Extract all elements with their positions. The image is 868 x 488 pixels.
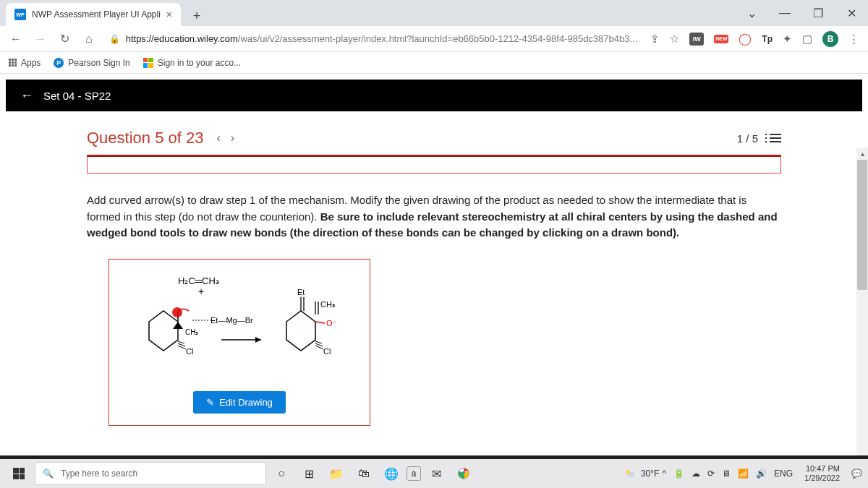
taskbar-app-mail[interactable]: ✉ [424, 461, 448, 486]
pearson-icon: P [54, 58, 64, 68]
browser-menu-icon[interactable]: ⋮ [848, 33, 859, 46]
tray-update-icon[interactable]: ⟳ [707, 468, 715, 479]
tray-chevron-icon[interactable]: ^ [662, 468, 666, 479]
tab-close-icon[interactable]: × [166, 9, 172, 20]
svg-text:CH₃: CH₃ [320, 300, 335, 309]
svg-text:Cl: Cl [186, 347, 193, 356]
svg-line-23 [315, 322, 325, 323]
tray-onedrive-icon[interactable]: ☁ [692, 468, 700, 479]
chemical-structure: H₂C═CH₃ + CH₃ Et―Mg―Br [124, 271, 355, 380]
svg-point-31 [627, 472, 635, 478]
svg-line-24 [315, 341, 322, 343]
tray-battery-icon[interactable]: 🔋 [673, 468, 684, 479]
home-button[interactable]: ⌂ [82, 33, 96, 46]
svg-point-4 [172, 307, 182, 317]
bookmark-signin[interactable]: Sign in to your acco... [143, 58, 241, 68]
browser-tab[interactable]: WP NWP Assessment Player UI Appli × [6, 3, 181, 26]
tray-wifi-icon[interactable]: 📶 [738, 468, 749, 479]
svg-text:Et: Et [297, 288, 305, 296]
attempt-progress: 1 / 5 [737, 132, 758, 145]
microsoft-icon [143, 58, 153, 68]
start-button[interactable] [6, 461, 32, 487]
tab-title: NWP Assessment Player UI Appli [32, 9, 161, 20]
address-bar[interactable]: 🔒 https://education.wiley.com/was/ui/v2/… [106, 33, 641, 44]
svg-text:Et―Mg―Br: Et―Mg―Br [210, 316, 253, 325]
apps-grid-icon [9, 59, 17, 67]
svg-marker-2 [149, 311, 178, 351]
tray-volume-icon[interactable]: 🔊 [756, 468, 767, 479]
extension-tp-icon[interactable]: Tp [762, 34, 773, 44]
svg-text:O⁻: O⁻ [326, 319, 337, 328]
taskbar-app-edge[interactable]: 🌐 [379, 461, 404, 486]
svg-text:Cl: Cl [323, 347, 331, 356]
question-title: Question 5 of 23 [87, 129, 203, 147]
svg-line-9 [178, 341, 184, 343]
scroll-up-button[interactable]: ▴ [856, 147, 868, 159]
set-title: Set 04 - SP22 [43, 90, 111, 102]
chevron-down-icon[interactable]: ⌄ [735, 0, 768, 26]
close-window-button[interactable]: ✕ [835, 0, 868, 26]
set-header: ← Set 04 - SP22 [6, 80, 862, 111]
bookmark-label: Sign in to your acco... [158, 58, 241, 68]
maximize-button[interactable]: ❐ [801, 0, 835, 26]
minimize-button[interactable]: — [768, 0, 801, 26]
weather-widget[interactable]: 30°F [624, 467, 659, 480]
set-back-button[interactable]: ← [20, 88, 33, 103]
extensions-puzzle-icon[interactable]: ✦ [783, 33, 792, 46]
alert-bar [87, 155, 781, 174]
svg-marker-5 [173, 322, 183, 329]
tab-favicon: WP [14, 9, 26, 20]
next-question-button[interactable]: › [231, 132, 234, 145]
taskbar-app-explorer[interactable]: 📁 [324, 461, 349, 486]
extension-opera-icon[interactable]: ◯ [739, 32, 752, 46]
temperature: 30°F [641, 468, 659, 479]
bookmark-pearson[interactable]: P Pearson Sign In [54, 58, 129, 68]
search-placeholder: Type here to search [61, 468, 137, 479]
taskbar-app-chrome[interactable] [451, 461, 476, 486]
scroll-thumb[interactable] [857, 160, 867, 290]
svg-text:CH₃: CH₃ [185, 328, 198, 336]
apps-shortcut[interactable]: Apps [9, 58, 41, 68]
svg-marker-15 [286, 311, 315, 351]
task-view-icon[interactable]: ⊞ [297, 461, 321, 486]
apps-label: Apps [21, 58, 41, 68]
taskbar-search[interactable]: 🔍 Type here to search [35, 462, 266, 485]
svg-text:H₂C═CH₃: H₂C═CH₃ [178, 275, 219, 286]
search-icon: 🔍 [43, 468, 54, 479]
question-list-icon[interactable] [770, 134, 781, 142]
tray-display-icon[interactable]: 🖥 [722, 468, 731, 479]
taskbar-app-store[interactable]: 🛍 [352, 461, 376, 486]
extension-new-icon[interactable]: NEW [714, 35, 728, 43]
forward-button[interactable]: → [33, 33, 48, 46]
clock[interactable]: 10:47 PM 1/29/2022 [800, 464, 844, 483]
svg-marker-14 [255, 337, 261, 343]
cortana-icon[interactable]: ○ [269, 461, 294, 486]
extension-square-icon[interactable]: ▢ [802, 33, 812, 46]
url-text: https://education.wiley.com/was/ui/v2/as… [126, 33, 638, 44]
question-prompt: Add curved arrow(s) to draw step 1 of th… [87, 192, 781, 241]
tray-notifications-icon[interactable]: 💬 [851, 468, 862, 479]
taskbar-app-a[interactable]: a [407, 466, 421, 481]
prev-question-button[interactable]: ‹ [216, 132, 220, 145]
star-icon[interactable]: ☆ [670, 33, 679, 46]
new-tab-button[interactable]: + [187, 6, 207, 26]
extension-iw-icon[interactable]: IW [689, 33, 704, 46]
edit-drawing-button[interactable]: Edit Drawing [193, 391, 286, 414]
svg-text:+: + [198, 286, 204, 297]
reload-button[interactable]: ↻ [57, 32, 72, 46]
lock-icon: 🔒 [109, 34, 120, 44]
drawing-box: H₂C═CH₃ + CH₃ Et―Mg―Br [109, 259, 370, 426]
share-icon[interactable]: ⇪ [650, 33, 660, 46]
vertical-scrollbar[interactable]: ▴ ▾ [856, 147, 868, 455]
tray-language[interactable]: ENG [774, 468, 793, 479]
user-avatar[interactable]: B [822, 31, 838, 47]
back-button[interactable]: ← [9, 33, 23, 46]
bookmark-label: Pearson Sign In [68, 58, 129, 68]
